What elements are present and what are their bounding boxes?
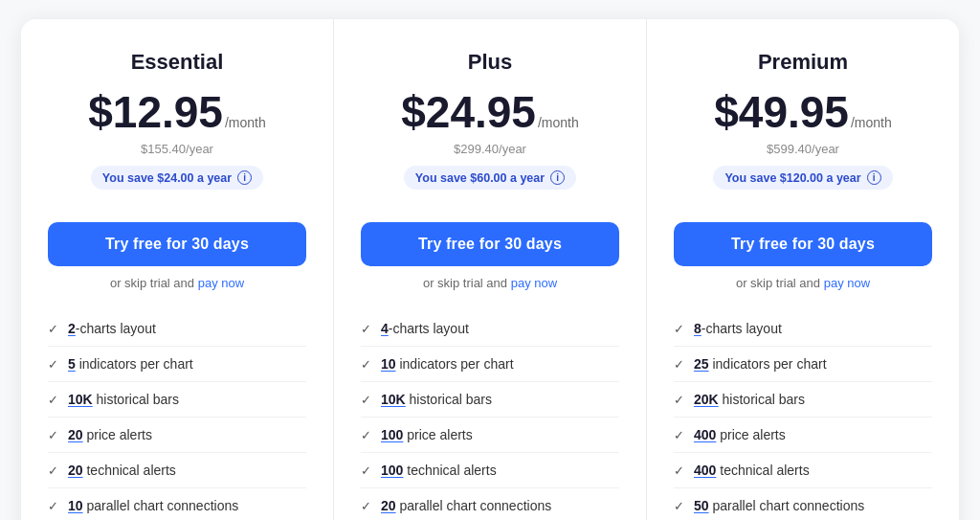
- feature-highlight-plus-1: 10: [381, 356, 396, 372]
- skip-trial-premium: or skip trial and pay now: [674, 276, 932, 290]
- price-period-plus: /month: [538, 115, 579, 130]
- check-icon-plus-0: ✓: [361, 322, 371, 336]
- check-icon-premium-3: ✓: [674, 428, 684, 442]
- savings-text-plus: You save $60.00 a year: [415, 171, 545, 185]
- feature-item-plus-2: ✓10K historical bars: [361, 382, 619, 418]
- feature-text-plus-4: 100 technical alerts: [381, 463, 497, 478]
- feature-item-premium-1: ✓25 indicators per chart: [674, 347, 932, 382]
- info-icon-plus[interactable]: i: [550, 170, 565, 185]
- feature-text-premium-3: 400 price alerts: [694, 427, 786, 442]
- cta-button-essential[interactable]: Try free for 30 days: [48, 222, 306, 266]
- price-row-plus: $24.95/month: [361, 86, 619, 138]
- savings-badge-essential: You save $24.00 a yeari: [91, 166, 263, 190]
- feature-item-essential-3: ✓20 price alerts: [48, 418, 306, 453]
- feature-highlight-essential-3: 20: [68, 427, 83, 442]
- check-icon-plus-4: ✓: [361, 463, 371, 478]
- feature-text-essential-3: 20 price alerts: [68, 427, 152, 442]
- plan-premium: Premium$49.95/month$599.40/yearYou save …: [647, 19, 959, 520]
- price-row-premium: $49.95/month: [674, 86, 932, 138]
- features-list-plus: ✓4-charts layout✓10 indicators per chart…: [361, 311, 619, 520]
- price-period-premium: /month: [851, 115, 892, 130]
- feature-highlight-essential-1: 5: [68, 356, 76, 372]
- plan-plus: Plus$24.95/month$299.40/yearYou save $60…: [334, 19, 647, 520]
- feature-highlight-essential-0: 2: [68, 321, 76, 336]
- feature-item-essential-4: ✓20 technical alerts: [48, 453, 306, 488]
- feature-text-plus-2: 10K historical bars: [381, 392, 492, 407]
- feature-highlight-premium-3: 400: [694, 427, 716, 442]
- feature-text-premium-5: 50 parallel chart connections: [694, 498, 864, 513]
- pay-now-link-premium[interactable]: pay now: [824, 276, 870, 290]
- pricing-container: Essential$12.95/month$155.40/yearYou sav…: [21, 19, 959, 520]
- feature-highlight-plus-2: 10K: [381, 392, 406, 407]
- pay-now-link-plus[interactable]: pay now: [511, 276, 557, 290]
- feature-highlight-essential-2: 10K: [68, 392, 93, 407]
- feature-item-plus-3: ✓100 price alerts: [361, 418, 619, 453]
- info-icon-essential[interactable]: i: [237, 170, 252, 185]
- feature-text-plus-0: 4-charts layout: [381, 321, 469, 336]
- check-icon-essential-4: ✓: [48, 463, 58, 478]
- check-icon-premium-0: ✓: [674, 322, 684, 336]
- feature-text-plus-5: 20 parallel chart connections: [381, 498, 551, 513]
- savings-badge-plus: You save $60.00 a yeari: [404, 166, 576, 190]
- feature-text-essential-1: 5 indicators per chart: [68, 356, 193, 372]
- check-icon-essential-1: ✓: [48, 357, 58, 372]
- feature-highlight-essential-4: 20: [68, 463, 83, 478]
- feature-highlight-premium-1: 25: [694, 356, 709, 372]
- price-amount-premium: $49.95: [714, 86, 849, 138]
- feature-text-essential-2: 10K historical bars: [68, 392, 179, 407]
- pay-now-link-essential[interactable]: pay now: [198, 276, 244, 290]
- feature-item-premium-0: ✓8-charts layout: [674, 311, 932, 347]
- feature-text-plus-1: 10 indicators per chart: [381, 356, 514, 372]
- feature-highlight-essential-5: 10: [68, 498, 83, 513]
- feature-item-plus-5: ✓20 parallel chart connections: [361, 488, 619, 520]
- feature-highlight-premium-2: 20K: [694, 392, 719, 407]
- feature-item-plus-0: ✓4-charts layout: [361, 311, 619, 347]
- check-icon-plus-1: ✓: [361, 357, 371, 372]
- feature-text-premium-2: 20K historical bars: [694, 392, 805, 407]
- feature-item-premium-3: ✓400 price alerts: [674, 418, 932, 453]
- feature-item-essential-0: ✓2-charts layout: [48, 311, 306, 347]
- plan-name-premium: Premium: [674, 50, 932, 75]
- price-amount-essential: $12.95: [88, 86, 223, 138]
- cta-button-premium[interactable]: Try free for 30 days: [674, 222, 932, 266]
- feature-text-essential-5: 10 parallel chart connections: [68, 498, 238, 513]
- check-icon-plus-3: ✓: [361, 428, 371, 442]
- check-icon-plus-2: ✓: [361, 393, 371, 407]
- feature-text-essential-4: 20 technical alerts: [68, 463, 176, 478]
- plan-name-essential: Essential: [48, 50, 306, 75]
- savings-text-premium: You save $120.00 a year: [724, 171, 860, 185]
- plan-essential: Essential$12.95/month$155.40/yearYou sav…: [21, 19, 334, 520]
- savings-badge-premium: You save $120.00 a yeari: [713, 166, 892, 190]
- feature-highlight-plus-0: 4: [381, 321, 389, 336]
- feature-highlight-plus-5: 20: [381, 498, 396, 513]
- check-icon-premium-5: ✓: [674, 499, 684, 513]
- feature-item-essential-5: ✓10 parallel chart connections: [48, 488, 306, 520]
- check-icon-essential-0: ✓: [48, 322, 58, 336]
- feature-item-plus-1: ✓10 indicators per chart: [361, 347, 619, 382]
- savings-row-essential: You save $24.00 a yeari: [48, 166, 306, 205]
- feature-item-plus-4: ✓100 technical alerts: [361, 453, 619, 488]
- check-icon-premium-2: ✓: [674, 393, 684, 407]
- savings-row-plus: You save $60.00 a yeari: [361, 166, 619, 205]
- cta-button-plus[interactable]: Try free for 30 days: [361, 222, 619, 266]
- feature-text-essential-0: 2-charts layout: [68, 321, 156, 336]
- feature-highlight-premium-4: 400: [694, 463, 716, 478]
- feature-text-premium-1: 25 indicators per chart: [694, 356, 827, 372]
- skip-trial-essential: or skip trial and pay now: [48, 276, 306, 290]
- feature-item-essential-2: ✓10K historical bars: [48, 382, 306, 418]
- check-icon-essential-5: ✓: [48, 499, 58, 513]
- check-icon-essential-3: ✓: [48, 428, 58, 442]
- check-icon-essential-2: ✓: [48, 393, 58, 407]
- info-icon-premium[interactable]: i: [867, 170, 881, 185]
- feature-text-plus-3: 100 price alerts: [381, 427, 473, 442]
- check-icon-premium-1: ✓: [674, 357, 684, 372]
- check-icon-plus-5: ✓: [361, 499, 371, 513]
- plan-name-plus: Plus: [361, 50, 619, 75]
- price-yearly-essential: $155.40/year: [48, 142, 306, 156]
- price-period-essential: /month: [225, 115, 266, 130]
- skip-trial-plus: or skip trial and pay now: [361, 276, 619, 290]
- feature-item-premium-2: ✓20K historical bars: [674, 382, 932, 418]
- price-row-essential: $12.95/month: [48, 86, 306, 138]
- price-yearly-premium: $599.40/year: [674, 142, 932, 156]
- check-icon-premium-4: ✓: [674, 463, 684, 478]
